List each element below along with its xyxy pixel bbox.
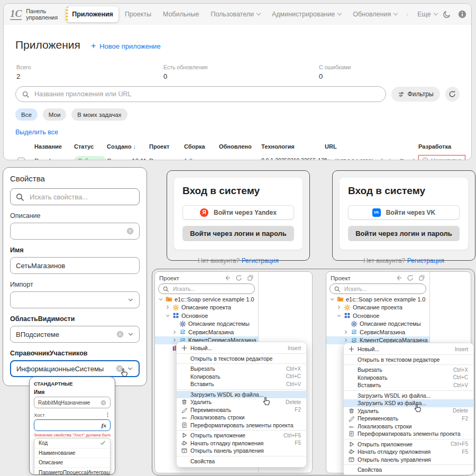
menu-item-0[interactable]: Новый...Insert — [344, 345, 473, 353]
tree-item-1[interactable]: Описание проекта — [155, 304, 258, 312]
topbar-tab-7[interactable]: Еще — [412, 6, 442, 22]
property-select[interactable] — [10, 291, 140, 308]
dropdown-option-2[interactable]: Описание — [34, 458, 110, 468]
topbar-tab-2[interactable]: Мобильные — [158, 6, 204, 22]
menu-item-12[interactable]: abcЛокализовать строки — [344, 423, 473, 431]
menu-item-5[interactable]: КопироватьCtrl+C — [344, 374, 473, 382]
property-select[interactable]: ИнформационныеСистемы — [10, 360, 140, 377]
registration-link[interactable]: Регистрация — [407, 257, 444, 264]
properties-search[interactable] — [10, 188, 140, 205]
menu-item-17[interactable]: Открыть панель управления — [344, 456, 473, 464]
menu-item-19[interactable]: Свойства — [344, 466, 473, 474]
project-search[interactable] — [329, 283, 426, 294]
column-header-name[interactable]: Название — [34, 143, 62, 150]
menu-item-16[interactable]: Начать отладку приложенияF5 — [344, 448, 473, 456]
app-search[interactable] — [15, 86, 386, 102]
login-via-yandex-button[interactable]: ЯВойти через Yandex — [182, 205, 294, 219]
chip-1[interactable]: Мои — [43, 108, 67, 121]
column-header-created[interactable]: Создано↓ — [107, 143, 136, 150]
project-search[interactable] — [158, 283, 255, 294]
login-via-vk-button[interactable]: VKВойти через VK — [348, 205, 460, 219]
menu-item-11[interactable]: ПереименоватьF2 — [344, 415, 473, 423]
menu-item-10[interactable]: УдалитьDelete — [344, 407, 473, 415]
back-icon[interactable] — [395, 274, 402, 281]
column-header-technology[interactable]: Технология — [261, 143, 295, 150]
menu-item-13[interactable]: Переформатировать элементы проекта — [344, 430, 473, 438]
copy-icon[interactable] — [418, 274, 425, 281]
login-password-button[interactable]: Войти через логин и пароль — [182, 226, 294, 241]
menu-item-15[interactable]: Начать отладку приложенияF5 — [177, 440, 306, 447]
dropdown-option-3[interactable]: ПараметрПроцессаИнтеграции — [34, 468, 110, 475]
menu-item-11[interactable]: abcЛокализовать строки — [177, 414, 306, 422]
clear-icon[interactable] — [100, 400, 106, 406]
menu-item-2[interactable]: Открыть в текстовом редакторе — [177, 355, 306, 363]
refresh-icon[interactable] — [235, 274, 242, 281]
menu-item-14[interactable]: Открыть приложениеCtrl+F5 — [177, 432, 306, 440]
dropdown-option-0[interactable]: Код — [34, 438, 110, 448]
tree-item-3[interactable]: Описание подсистемы — [326, 320, 429, 328]
build-link[interactable]: 1.0 — [184, 158, 193, 160]
column-header-project[interactable]: Проект — [149, 143, 169, 150]
chevron-down-icon[interactable] — [329, 297, 335, 302]
chevron-right-icon[interactable] — [172, 329, 177, 335]
name-field[interactable]: RabbitMqНазначение — [34, 397, 111, 408]
more-options-icon[interactable] — [105, 412, 111, 418]
tree-item-0[interactable]: 1ce1c::Soap service example 1.0 — [155, 295, 258, 304]
menu-item-16[interactable]: Открыть панель управления — [177, 447, 306, 455]
menu-item-18[interactable]: Свойства — [177, 457, 306, 465]
menu-item-5[interactable]: КопироватьCtrl+C — [177, 373, 306, 381]
tree-item-2[interactable]: Основное — [326, 312, 429, 320]
topbar-tab-3[interactable]: Пользователи — [205, 6, 266, 22]
login-password-button[interactable]: Войти через логин и пароль — [348, 226, 460, 241]
column-header-updated[interactable]: Обновлено — [219, 143, 252, 150]
tree-item-2[interactable]: Основное — [155, 312, 258, 320]
project-search-input[interactable] — [172, 285, 250, 292]
chevron-right-icon[interactable] — [165, 305, 170, 310]
dark-mode-icon[interactable] — [443, 10, 451, 19]
tree-item-0[interactable]: 1ce1c::Soap service example 1.0 — [326, 295, 429, 304]
chevron-right-icon[interactable] — [172, 337, 177, 343]
more-options-icon[interactable] — [404, 11, 411, 18]
host-field[interactable]: fx — [34, 419, 111, 431]
chevron-down-icon[interactable] — [336, 313, 342, 318]
refresh-button[interactable] — [445, 87, 460, 102]
back-icon[interactable] — [224, 274, 231, 281]
menu-item-9[interactable]: Загрузить XSD из файла... — [344, 399, 473, 407]
tree-item-3[interactable]: Описание подсистемы — [155, 320, 258, 328]
registration-link[interactable]: Регистрация — [242, 257, 279, 264]
topbar-tab-1[interactable]: Проекты — [120, 6, 157, 22]
chevron-down-icon[interactable] — [165, 313, 170, 318]
menu-item-10[interactable]: ПереименоватьF2 — [177, 406, 306, 414]
tree-item-1[interactable]: Описание проекта — [326, 304, 429, 312]
info-icon[interactable] — [458, 10, 466, 19]
property-input[interactable]: СетьМагазинов — [10, 257, 140, 274]
menu-item-8[interactable]: Загрузить WSDL из файла... — [177, 391, 306, 399]
property-select[interactable]: ВПодсистеме — [10, 326, 140, 343]
chevron-right-icon[interactable] — [343, 337, 349, 343]
column-header-status[interactable]: Статус — [74, 143, 94, 150]
menu-item-4[interactable]: ВырезатьCtrl+X — [177, 365, 306, 373]
menu-item-15[interactable]: Открыть приложениеCtrl+F5 — [344, 441, 473, 448]
refresh-icon[interactable] — [407, 274, 414, 281]
menu-item-8[interactable]: Загрузить WSDL из файла... — [344, 392, 473, 400]
chevron-right-icon[interactable] — [343, 329, 349, 335]
column-header-url[interactable]: URL — [325, 143, 337, 150]
new-app-button[interactable]: + Новое приложение — [91, 41, 161, 51]
menu-item-6[interactable]: ВставитьCtrl+V — [344, 381, 473, 389]
dropdown-option-1[interactable]: Наименование — [34, 448, 110, 459]
menu-item-9[interactable]: УдалитьDelete — [177, 398, 306, 406]
filters-button[interactable]: Фильтры — [391, 87, 440, 102]
topbar-tab-4[interactable]: Администрирование — [267, 6, 346, 22]
menu-item-6[interactable]: ВставитьCtrl+V — [177, 380, 306, 388]
app-url-link[interactable]: http://127.0.0.1:9090/applications/Dev-d… — [325, 158, 419, 160]
select-all-link[interactable]: Выделить все — [15, 129, 58, 136]
tree-item-4[interactable]: SOAPСервисМагазина — [326, 328, 429, 336]
topbar-tab-5[interactable]: Обновления — [347, 6, 402, 22]
row-checkbox[interactable] — [17, 158, 25, 160]
menu-item-12[interactable]: Переформатировать элементы проекта — [177, 422, 306, 429]
menu-item-4[interactable]: ВырезатьCtrl+X — [344, 366, 473, 374]
topbar-tab-0[interactable]: Приложения — [66, 6, 118, 22]
copy-icon[interactable] — [247, 274, 254, 281]
column-header-build[interactable]: Сборка — [184, 143, 205, 150]
chevron-right-icon[interactable] — [336, 305, 342, 310]
